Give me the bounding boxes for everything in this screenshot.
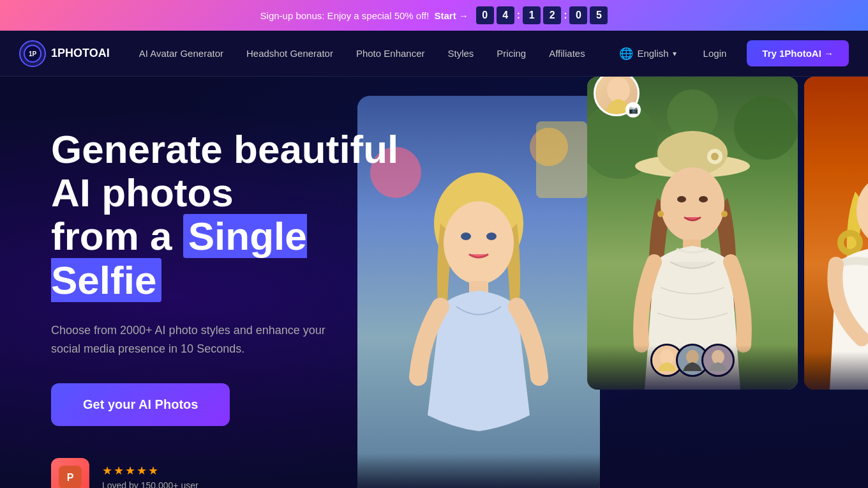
avatar-3 <box>701 344 735 377</box>
svg-text:1P: 1P <box>29 50 37 57</box>
star-2: ★ <box>114 464 124 478</box>
svg-point-10 <box>461 233 471 240</box>
count-m2: 5 <box>590 6 608 24</box>
count-h1: 1 <box>523 6 541 24</box>
svg-point-26 <box>657 211 664 217</box>
loved-text: Loved by 150,000+ user <box>102 480 198 488</box>
svg-point-17 <box>734 96 798 160</box>
count-d2: 4 <box>497 6 514 24</box>
banner-text: Sign-up bonus: Enjoy a special 50% off! <box>260 10 430 21</box>
bottom-avatars <box>587 344 798 377</box>
rating-container: ★ ★ ★ ★ ★ Loved by 150,000+ user <box>102 464 198 488</box>
svg-point-25 <box>699 196 708 202</box>
product-hunt-badge: P <box>51 458 89 488</box>
svg-point-35 <box>712 350 724 364</box>
hero-content: Generate beautiful AI photos from a Sing… <box>51 115 421 488</box>
language-label: English <box>637 48 668 59</box>
logo-link[interactable]: 1P 1PHOTOAI <box>19 40 110 67</box>
hero-title-line2: from a <box>51 214 172 258</box>
cta-button[interactable]: Get your AI Photos <box>51 383 230 426</box>
hero-images: 📷 <box>357 77 868 488</box>
nav-right: 🌐 English ▾ Login Try 1PhotoAI → <box>613 40 849 66</box>
social-proof: P ★ ★ ★ ★ ★ Loved by 150,000+ user <box>51 458 421 488</box>
hero-subtitle: Choose from 2000+ AI photo styles and en… <box>51 321 357 358</box>
try-button[interactable]: Try 1PhotoAI → <box>747 40 849 66</box>
countdown-timer: 0 4 : 1 2 : 0 5 <box>476 6 608 24</box>
nav-links: AI Avatar Generator Headshot Generator P… <box>129 43 613 64</box>
svg-text:P: P <box>67 472 74 483</box>
star-5: ★ <box>148 464 158 478</box>
profile-circle-container: 📷 <box>594 77 640 116</box>
top-banner: Sign-up bonus: Enjoy a special 50% off! … <box>0 0 868 31</box>
star-1: ★ <box>102 464 112 478</box>
login-button[interactable]: Login <box>693 43 737 64</box>
svg-point-11 <box>486 233 497 240</box>
chevron-down-icon: ▾ <box>673 49 677 58</box>
count-h2: 2 <box>543 6 561 24</box>
stars-row: ★ ★ ★ ★ ★ <box>102 464 198 478</box>
navbar: 1P 1PHOTOAI AI Avatar Generator Headshot… <box>0 31 868 77</box>
svg-point-22 <box>711 153 719 160</box>
logo-text: 1PHOTOAI <box>51 47 110 60</box>
svg-rect-46 <box>804 351 868 390</box>
nav-pricing[interactable]: Pricing <box>486 43 536 64</box>
svg-point-9 <box>444 201 514 284</box>
nav-styles[interactable]: Styles <box>438 43 484 64</box>
logo-icon: 1P <box>19 40 46 67</box>
hero-title-line1: Generate beautiful AI photos <box>51 127 398 215</box>
banner-start-link[interactable]: Start → <box>434 10 468 21</box>
nav-affiliates[interactable]: Affiliates <box>539 43 595 64</box>
nav-headshot[interactable]: Headshot Generator <box>236 43 343 64</box>
hero-title: Generate beautiful AI photos from a Sing… <box>51 128 421 302</box>
globe-icon: 🌐 <box>619 47 633 61</box>
count-sep1: : <box>517 10 520 21</box>
hero-card-halloween <box>804 77 868 390</box>
star-3: ★ <box>125 464 135 478</box>
count-d1: 0 <box>476 6 494 24</box>
svg-point-23 <box>661 167 724 241</box>
camera-badge: 📷 <box>625 102 641 118</box>
svg-rect-7 <box>536 121 587 198</box>
hero-card-portrait: 📷 <box>587 77 798 390</box>
count-sep2: : <box>564 10 567 21</box>
profile-overlay: 📷 <box>594 77 640 116</box>
svg-point-24 <box>677 196 686 202</box>
hero-section: Generate beautiful AI photos from a Sing… <box>0 77 868 488</box>
nav-ai-avatar[interactable]: AI Avatar Generator <box>129 43 234 64</box>
count-m1: 0 <box>569 6 587 24</box>
nav-photo-enhancer[interactable]: Photo Enhancer <box>346 43 435 64</box>
svg-point-27 <box>721 211 728 217</box>
language-selector[interactable]: 🌐 English ▾ <box>613 43 682 65</box>
svg-point-33 <box>686 350 699 364</box>
star-4: ★ <box>137 464 147 478</box>
